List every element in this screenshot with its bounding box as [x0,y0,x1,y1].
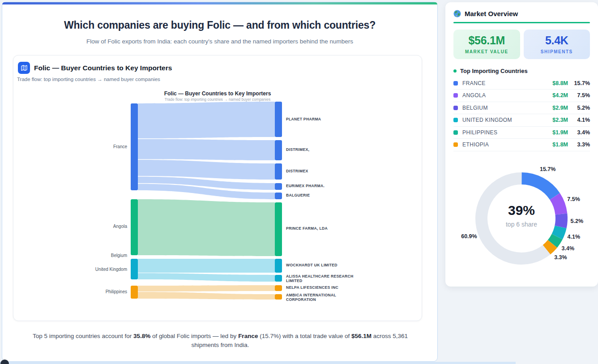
sankey-link[interactable] [138,259,275,273]
globe-icon [453,10,461,17]
sankey-link[interactable] [138,292,275,300]
shipments-tile: 5.4K SHIPMENTS [524,30,590,59]
sankey-node-importer[interactable] [275,193,282,199]
donut-slice[interactable] [482,178,547,258]
summary-text: (15.7%) with a total trade value of [258,333,351,339]
sankey-node-importer[interactable] [275,285,282,291]
sankey-right-label: DISTRIMEX, [286,147,309,152]
market-value-label: MARKET VALUE [465,49,508,54]
sankey-node-importer[interactable] [275,275,282,282]
sankey-link[interactable] [138,199,275,256]
donut-slice[interactable] [557,227,561,236]
summary-text: Top 5 importing countries account for [33,333,133,339]
country-share: 15.7% [572,80,590,86]
summary-highlight: $56.1M [351,333,372,339]
sankey-diagram: FranceAngolaBelgiumUnited KingdomPhilipp… [15,89,421,313]
market-value: $56.1M [468,34,505,47]
sankey-node-united-kingdom[interactable] [131,259,138,279]
donut-slice-label: 4.1% [568,233,581,240]
sankey-link[interactable] [138,160,275,180]
sankey-right-label: LIMITED [286,278,302,283]
country-share: 7.5% [572,92,590,98]
sankey-node-importer[interactable] [275,102,282,137]
main-panel: Which companies are buying Folic — and f… [2,2,438,362]
sankey-chart-card: Folic — Buyer Countries to Key Importers… [13,55,422,321]
donut-slice[interactable] [560,214,561,227]
donut-slice-label: 60.9% [461,233,477,240]
page-title: Which companies are buying Folic — and f… [2,19,437,31]
sankey-node-importer[interactable] [275,259,282,273]
country-color-dot [453,81,458,86]
sankey-right-label: CORPORATION [286,297,316,302]
country-share: 4.1% [572,117,590,123]
sankey-link[interactable] [138,102,275,138]
sankey-link[interactable] [138,285,275,291]
country-name: BELGIUM [462,105,552,111]
donut-chart-wrap: 15.7%7.5%5.2%4.1%3.4%3.3%60.9%39%top 6 s… [445,158,598,275]
page-bottom-strip [0,362,516,364]
sankey-node-importer[interactable] [275,202,282,256]
sankey-node-philippines[interactable] [131,286,138,299]
country-value: $1.9M [552,129,568,136]
section-title: Top Importing Countries [460,68,528,74]
donut-slice[interactable] [555,196,561,214]
country-row[interactable]: UNITED KINGDOM$2.3M4.1% [453,114,590,127]
donut-slice[interactable] [547,244,552,249]
country-row[interactable]: ETHIOPIA$1.8M3.3% [453,139,590,151]
sankey-link[interactable] [138,273,275,282]
stat-tiles: $56.1M MARKET VALUE 5.4K SHIPMENTS [453,30,590,59]
sidebar-title: Market Overview [465,10,518,17]
page-subtitle: Flow of Folic exports from India: each c… [2,38,437,45]
sankey-left-label: Angola [113,224,128,229]
donut-slice-label: 15.7% [540,166,555,172]
green-dot-icon [453,69,457,73]
market-overview-panel: Market Overview $56.1M MARKET VALUE 5.4K… [445,2,598,287]
donut-slice-label: 7.5% [567,196,580,202]
sankey-right-label: DISTRIMEX [286,169,308,173]
country-share: 3.4% [572,129,590,136]
country-color-dot [453,106,458,110]
country-value: $1.8M [552,141,568,148]
country-row[interactable]: BELGIUM$2.9M5.2% [453,102,590,115]
country-value: $8.8M [552,80,568,86]
country-value: $4.2M [552,92,568,98]
sankey-node-importer[interactable] [275,140,282,160]
map-icon [18,62,30,74]
sankey-left-label: Philippines [106,289,127,294]
sankey-node-importer[interactable] [275,294,282,300]
top-importing-countries-header: Top Importing Countries [453,67,590,75]
country-share: 5.2% [572,105,590,111]
summary-text: of global Folic imports — led by [150,333,238,339]
country-share: 3.3% [572,141,590,148]
sankey-left-label: United Kingdom [95,267,127,272]
country-value: $2.9M [552,105,568,111]
donut-center-label: top 6 share [506,220,537,227]
sankey-link[interactable] [138,139,275,161]
donut-slice[interactable] [552,236,557,244]
sankey-node-angola[interactable] [131,199,138,255]
summary-note: Top 5 importing countries account for 35… [21,332,419,350]
sankey-left-label: France [113,144,128,149]
accent-gradient-bar [2,2,437,4]
country-row[interactable]: PHILIPPINES$1.9M3.4% [453,127,590,139]
shipments-value: 5.4K [545,34,568,47]
country-row[interactable]: FRANCE$8.8M15.7% [453,77,590,90]
sankey-right-label: AMBICA INTERNATIONAL [286,293,336,297]
sankey-right-label: PRINCE FARMA, LDA [286,226,328,231]
sankey-node-importer[interactable] [275,183,282,190]
donut-slice-label: 3.3% [554,254,567,261]
sankey-right-label: NELPA LIFESCIENCES INC [286,285,338,290]
donut-chart: 15.7%7.5%5.2%4.1%3.4%3.3%60.9%39%top 6 s… [445,158,598,275]
country-row[interactable]: ANGOLA$4.2M7.5% [453,90,590,102]
sankey-title: Folic — Buyer Countries to Key Importers [164,90,271,97]
sankey-right-label: WOCKHARDT UK LIMITED [286,263,337,267]
sankey-node-france[interactable] [131,103,138,190]
sankey-right-label: PLANET PHARMA [286,117,321,121]
donut-slice-label: 3.4% [562,245,575,252]
sankey-right-label: EURIMEX PHARMA. [286,184,325,188]
donut-slice[interactable] [521,178,555,196]
sidebar-accent-rule [453,22,590,23]
donut-slice-label: 5.2% [571,218,584,224]
sankey-node-importer[interactable] [275,163,282,180]
country-list: FRANCE$8.8M15.7%ANGOLA$4.2M7.5%BELGIUM$2… [453,77,590,151]
